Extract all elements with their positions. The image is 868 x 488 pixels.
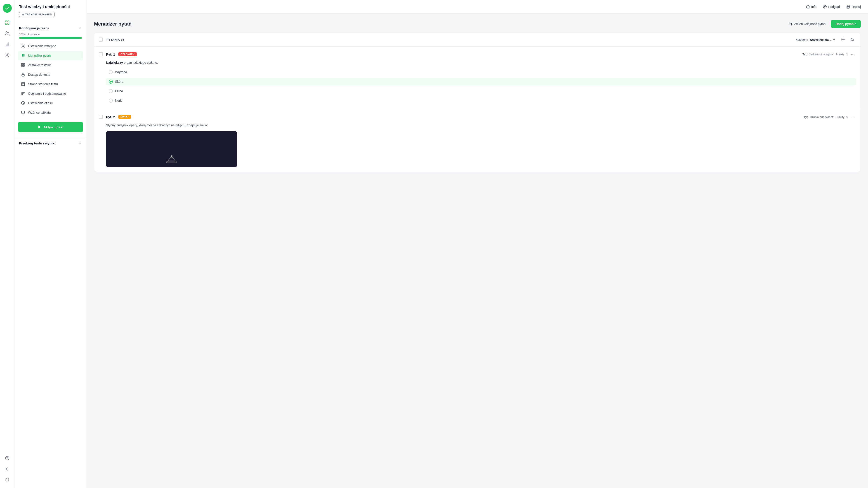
- activate-test-button[interactable]: Aktywuj test: [18, 122, 83, 132]
- category-label: Kategoria: [796, 38, 808, 41]
- sidebar: Test wiedzy i umiejętności W TRAKCIE UST…: [14, 0, 87, 488]
- progress-row: 100% ukończono: [18, 33, 83, 41]
- progress-bar-fill: [19, 37, 82, 39]
- bird-svg: [162, 149, 181, 167]
- select-all-checkbox[interactable]: [99, 37, 103, 41]
- category-value: Wszystkie kat...: [809, 38, 831, 41]
- filter-settings-button[interactable]: [839, 36, 846, 43]
- svg-point-11: [22, 56, 23, 57]
- category-chevron-icon: [832, 38, 836, 41]
- help-icon[interactable]: [3, 454, 12, 463]
- question-card-2: Pyt. 2 ŚWIAT Typ Krótka odpowiedź Punkty…: [94, 109, 861, 172]
- svg-rect-13: [24, 63, 25, 65]
- info-action[interactable]: Info: [806, 5, 816, 9]
- config-section-header[interactable]: Konfiguracja testu: [18, 23, 83, 33]
- answer-text-1-3: Płuca: [115, 89, 123, 93]
- category-select[interactable]: Wszystkie kat...: [809, 38, 836, 41]
- add-question-button[interactable]: Dodaj pytanie: [831, 20, 861, 28]
- answer-radio-1-1[interactable]: [109, 70, 113, 74]
- answer-item-1-3[interactable]: Płuca: [106, 87, 856, 95]
- sidebar-header: Test wiedzy i umiejętności W TRAKCIE UST…: [14, 0, 87, 23]
- main-area: Info Podgląd Drukuj Menadżer pytań Zmień…: [87, 0, 868, 488]
- answer-item-1-2[interactable]: Skóra: [106, 78, 856, 86]
- analytics-icon[interactable]: [3, 40, 12, 49]
- topbar: Info Podgląd Drukuj: [87, 0, 868, 13]
- expand-icon[interactable]: [3, 475, 12, 484]
- answer-radio-1-4[interactable]: [109, 98, 113, 102]
- svg-rect-3: [7, 23, 9, 24]
- question-checkbox-2[interactable]: [99, 115, 103, 119]
- question-image-2: [106, 131, 237, 167]
- svg-rect-16: [22, 74, 24, 76]
- answer-radio-1-3[interactable]: [109, 89, 113, 93]
- answer-text-1-2: Skóra: [115, 80, 123, 83]
- sidebar-item-certyfikat[interactable]: Wzór certyfikatu: [18, 108, 83, 117]
- nav-label-dostep: Dostęp do testu: [28, 73, 50, 77]
- question-more-button-2[interactable]: ···: [850, 114, 856, 120]
- answers-list-1: Wątroba Skóra Płuca Nerki: [99, 68, 856, 104]
- sidebar-item-dostep[interactable]: Dostęp do testu: [18, 70, 83, 79]
- czas-icon: [21, 101, 25, 105]
- questions-count-label: PYTANIA 15: [106, 38, 792, 41]
- back-icon[interactable]: [3, 464, 12, 474]
- print-icon: [846, 5, 850, 9]
- answer-radio-1-2[interactable]: [109, 80, 113, 84]
- nav-label-menedzer-pytan: Menedżer pytań: [28, 54, 51, 57]
- answer-text-1-4: Nerki: [115, 99, 123, 102]
- question-type-value-1: Jednokrotny wybór: [809, 53, 834, 56]
- svg-rect-14: [22, 65, 23, 67]
- category-filter: Kategoria Wszystkie kat...: [796, 38, 836, 41]
- sidebar-item-zestawy-testowe[interactable]: Zestawy testowe: [18, 60, 83, 70]
- preview-action[interactable]: Podgląd: [823, 5, 840, 9]
- svg-point-5: [6, 55, 8, 56]
- gear-icon: [841, 37, 845, 41]
- question-checkbox-1[interactable]: [99, 52, 103, 56]
- settings-wstepne-icon: [21, 44, 25, 49]
- nav-label-strona-startowa: Strona startowa testu: [28, 82, 58, 86]
- sidebar-item-menedzer-pytan[interactable]: Menedżer pytań: [18, 51, 83, 60]
- nav-label-zestawy-testowe: Zestawy testowe: [28, 63, 52, 67]
- config-section: Konfiguracja testu 100% ukończono Ustawi…: [14, 23, 87, 117]
- print-action[interactable]: Drukuj: [846, 5, 861, 9]
- settings-icon[interactable]: [3, 51, 12, 60]
- svg-point-20: [825, 6, 826, 7]
- menedzer-icon: [21, 53, 25, 58]
- question-points-label-2: Punkty: [835, 115, 844, 119]
- results-section-title: Przebieg testu i wyniki: [19, 141, 55, 145]
- question-type-value-2: Krótka odpowiedź: [810, 115, 834, 119]
- question-more-button-1[interactable]: ···: [850, 51, 856, 57]
- nav-label-ustawienia-wstepne: Ustawienia wstępne: [28, 44, 56, 48]
- svg-point-7: [7, 459, 7, 459]
- question-text-1: Największy organ ludzkiego ciała to:: [99, 60, 856, 65]
- svg-point-9: [22, 55, 23, 56]
- question-card-1: Pyt. 1 CZŁOWIEK Typ Jednokrotny wybór Pu…: [94, 47, 861, 109]
- questions-panel: PYTANIA 15 Kategoria Wszystkie kat...: [94, 33, 861, 172]
- answer-item-1-4[interactable]: Nerki: [106, 97, 856, 104]
- certyfikat-icon: [21, 110, 25, 115]
- answer-text-1-1: Wątroba: [115, 70, 127, 74]
- filter-search-button[interactable]: [849, 36, 856, 43]
- sort-questions-button[interactable]: Zmień kolejność pytań: [786, 20, 828, 28]
- question-header-1: Pyt. 1 CZŁOWIEK Typ Jednokrotny wybór Pu…: [99, 51, 856, 57]
- filter-icons: [839, 36, 856, 43]
- nav-label-czas: Ustawienia czasu: [28, 101, 53, 105]
- answer-item-1-1[interactable]: Wątroba: [106, 68, 856, 76]
- preview-icon: [823, 5, 827, 9]
- progress-label: 100% ukończono: [19, 33, 82, 36]
- sidebar-item-ocenianie[interactable]: Ocenianie i podsumowanie: [18, 89, 83, 98]
- svg-point-8: [23, 45, 24, 47]
- chevron-up-icon: [78, 26, 82, 30]
- question-points-value-1: 1: [846, 53, 848, 56]
- nav-label-certyfikat: Wzór certyfikatu: [28, 111, 51, 114]
- content-area: Menadżer pytań Zmień kolejność pytań Dod…: [87, 13, 868, 488]
- sidebar-item-strona-startowa[interactable]: Strona startowa testu: [18, 79, 83, 89]
- svg-point-4: [6, 32, 7, 33]
- dashboard-icon[interactable]: [3, 18, 12, 27]
- dostep-icon: [21, 72, 25, 77]
- sidebar-item-ustawienia-wstepne[interactable]: Ustawienia wstępne: [18, 41, 83, 51]
- sidebar-item-czas[interactable]: Ustawienia czasu: [18, 98, 83, 108]
- results-section-header[interactable]: Przebieg testu i wyniki: [18, 138, 83, 148]
- question-meta-1: Typ Jednokrotny wybór Punkty 1 ···: [802, 51, 856, 57]
- users-icon[interactable]: [3, 29, 12, 38]
- zestawy-icon: [21, 63, 25, 67]
